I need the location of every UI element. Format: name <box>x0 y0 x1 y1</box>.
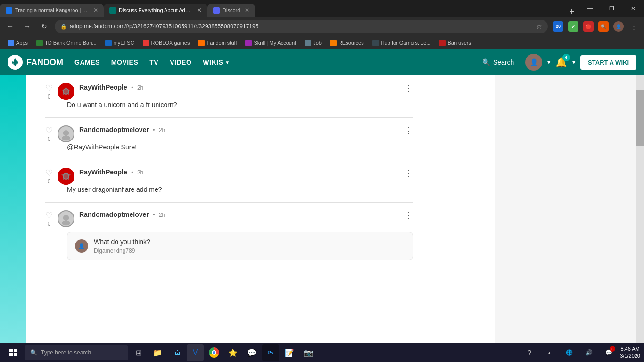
taskbar-editor-button[interactable]: V <box>187 344 204 361</box>
heart-icon-1[interactable]: ♡ <box>45 83 53 93</box>
bookmark-myefsc[interactable]: myEFSC <box>101 39 138 47</box>
close-tab-3[interactable]: ✕ <box>245 7 249 14</box>
comment-author-1[interactable]: RayWithPeople <box>79 83 127 91</box>
taskbar-camera-button[interactable]: 📷 <box>300 344 317 361</box>
notification-badge: 6 <box>562 54 570 61</box>
comment-avatar-1[interactable] <box>58 83 74 100</box>
back-button[interactable]: ← <box>4 20 17 33</box>
reply-box: 👤 What do you think? Digamerking789 <box>67 232 413 260</box>
notification-bell[interactable]: 🔔 6 <box>555 57 567 68</box>
address-bar: ← → ↻ 🔒 adoptme.fandom.com/f/p/321627407… <box>0 17 644 36</box>
heart-icon-2[interactable]: ♡ <box>45 125 53 136</box>
heart-icon-4[interactable]: ♡ <box>45 210 53 221</box>
avatar-svg-4 <box>58 211 74 226</box>
taskbar-store-button[interactable]: 🛍 <box>168 344 185 361</box>
bookmark-roblox[interactable]: ROBLOX games <box>139 39 194 47</box>
comment-time-3: • <box>131 169 133 176</box>
nav-video[interactable]: VIDEO <box>170 58 191 66</box>
comment-time-4: • <box>153 212 155 218</box>
start-wiki-button[interactable]: START A WIKI <box>580 55 636 70</box>
taskbar-photoshop-button[interactable]: Ps <box>262 344 279 361</box>
nav-wikis[interactable]: WIKIS ▼ <box>203 58 230 66</box>
close-window-button[interactable]: ✕ <box>622 0 644 17</box>
comment-options-1[interactable]: ⋮ <box>405 83 413 93</box>
browser-tab-bar: Trading a normal Kangaroo | Fan... ✕ Dis… <box>0 0 644 17</box>
taskbar-chrome-button[interactable] <box>206 344 223 361</box>
minimize-button[interactable]: — <box>579 0 601 17</box>
comment-options-3[interactable]: ⋮ <box>405 168 413 178</box>
comments-container: ♡ 0 RayWithPeople • 2h <box>26 75 432 268</box>
url-input[interactable]: 🔒 adoptme.fandom.com/f/p/321627407935100… <box>55 20 548 33</box>
comment-author-4[interactable]: Randomadoptmelover <box>79 211 149 218</box>
search-icon: 🔍 <box>482 58 490 66</box>
ext-icon-1[interactable]: 20 <box>552 20 565 33</box>
comment-avatar-3[interactable] <box>58 168 74 185</box>
comment-options-2[interactable]: ⋮ <box>405 125 413 136</box>
browser-tab-3[interactable]: Discord ✕ <box>207 4 255 17</box>
bookmark-fandom[interactable]: Fandom stuff <box>194 39 240 47</box>
taskbar-star-button[interactable]: ⭐ <box>224 344 241 361</box>
tray-notification-button[interactable]: 💬 3 <box>600 344 617 361</box>
bookmark-hub-icon <box>372 40 379 46</box>
bookmark-job[interactable]: Job <box>301 39 325 47</box>
ext-icon-4[interactable]: 🔍 <box>597 20 610 33</box>
notification-dropdown-arrow[interactable]: ▼ <box>571 59 577 66</box>
bookmark-skrill[interactable]: Skrill | My Account <box>241 39 300 47</box>
bookmark-ban[interactable]: Ban users <box>435 39 475 47</box>
tray-volume-icon[interactable]: 🔊 <box>580 344 597 361</box>
comment-options-4[interactable]: ⋮ <box>405 210 413 221</box>
scrollbar-thumb[interactable] <box>636 90 644 146</box>
scrollbar[interactable] <box>636 75 644 362</box>
user-dropdown-arrow[interactable]: ▼ <box>546 59 552 66</box>
browser-tab-2[interactable]: Discuss Everything About Adopt... ✕ <box>104 4 207 17</box>
bookmark-skrill-icon <box>245 40 252 46</box>
nav-games[interactable]: GAMES <box>74 58 100 66</box>
nav-movies[interactable]: MOVIES <box>111 58 138 66</box>
forward-button[interactable]: → <box>21 20 34 33</box>
search-label: Search <box>493 58 514 66</box>
taskbar-explorer-button[interactable]: 📁 <box>149 344 166 361</box>
bookmark-hub[interactable]: Hub for Gamers. Le... <box>369 39 435 47</box>
comment-avatar-2[interactable] <box>58 125 74 142</box>
bookmarks-bar: Apps TD Bank Online Ban... myEFSC ROBLOX… <box>0 36 644 49</box>
tray-chevron-button[interactable]: ▲ <box>541 344 558 361</box>
bookmark-roblox-icon <box>143 40 149 46</box>
comment-time-value-1: 2h <box>137 84 143 91</box>
user-avatar[interactable]: 👤 <box>525 54 542 71</box>
ext-icon-2[interactable]: ✓ <box>567 20 580 33</box>
bookmark-td[interactable]: TD Bank Online Ban... <box>33 39 100 47</box>
task-view-button[interactable]: ⊞ <box>130 344 147 361</box>
comment-avatar-4[interactable] <box>58 210 74 227</box>
comment-like-2: ♡ 0 <box>45 125 53 142</box>
comment-header-1: ♡ 0 RayWithPeople • 2h <box>45 83 413 100</box>
new-tab-button[interactable]: + <box>564 7 579 17</box>
close-tab-2[interactable]: ✕ <box>197 7 202 14</box>
comment-author-3[interactable]: RayWithPeople <box>79 168 127 176</box>
heart-icon-3[interactable]: ♡ <box>45 168 53 178</box>
taskbar-discord-button[interactable]: 💬 <box>243 344 260 361</box>
comment-author-2[interactable]: Randomadoptmelover <box>79 126 149 133</box>
tab-title-3: Discord <box>223 8 240 13</box>
reload-button[interactable]: ↻ <box>38 20 51 33</box>
browser-tab-1[interactable]: Trading a normal Kangaroo | Fan... ✕ <box>0 4 104 17</box>
more-options-button[interactable]: ⋮ <box>627 20 640 33</box>
ext-icon-3[interactable]: 🔴 <box>582 20 595 33</box>
taskbar-sticky-button[interactable]: 📝 <box>281 344 298 361</box>
fandom-logo[interactable]: FANDOM <box>8 55 63 70</box>
tab-title-1: Trading a normal Kangaroo | Fan... <box>15 8 89 13</box>
comment-block-2: ♡ 0 Randomadoptmelover • 2h ⋮ <box>45 118 413 160</box>
system-tray: ? ▲ 🌐 🔊 💬 3 8:46 AM 3/1/2020 <box>521 344 640 361</box>
tray-network-icon[interactable]: 🌐 <box>561 344 578 361</box>
bookmark-apps[interactable]: Apps <box>4 39 32 47</box>
taskbar-search[interactable]: 🔍 Type here to search <box>25 345 128 360</box>
close-tab-1[interactable]: ✕ <box>93 7 98 14</box>
user-profile-icon[interactable]: 👤 <box>612 20 625 33</box>
tray-help-button[interactable]: ? <box>521 344 538 361</box>
bookmark-star-icon[interactable]: ☆ <box>536 23 542 30</box>
bookmark-resources[interactable]: REsources <box>326 39 368 47</box>
maximize-button[interactable]: ❐ <box>601 0 622 17</box>
nav-tv[interactable]: TV <box>149 58 158 66</box>
search-button[interactable]: 🔍 Search <box>482 58 514 66</box>
comment-header-3: ♡ 0 RayWithPeople • 2h <box>45 168 413 185</box>
start-button[interactable] <box>4 343 23 362</box>
